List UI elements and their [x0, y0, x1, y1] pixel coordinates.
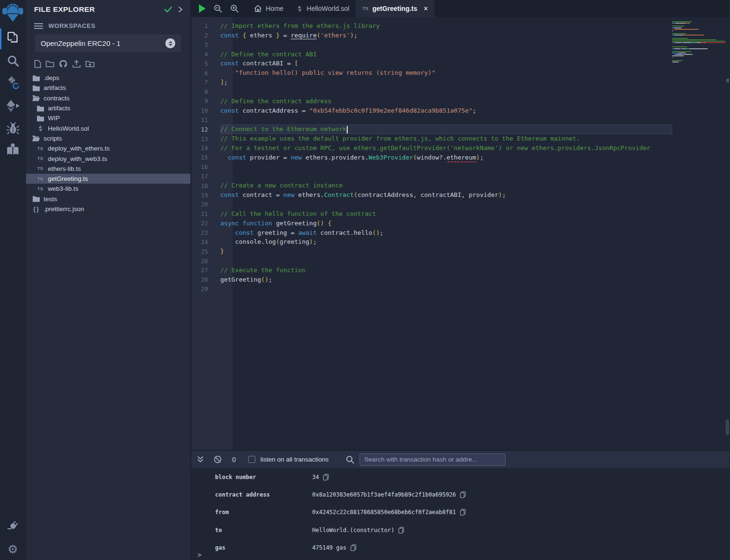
- copy-icon[interactable]: [460, 509, 466, 516]
- zoom-in-icon[interactable]: [230, 4, 239, 13]
- upload-folder-icon[interactable]: [85, 60, 95, 68]
- tree-item-artifacts[interactable]: artifacts: [26, 103, 190, 113]
- line-content: // Connect to the Ethereum network: [220, 124, 672, 134]
- code-line-20[interactable]: 20: [191, 200, 672, 209]
- new-file-icon[interactable]: [34, 60, 41, 68]
- terminal-prompt[interactable]: >: [198, 551, 201, 559]
- deploy-and-run-icon[interactable]: [0, 99, 26, 113]
- ts-icon: TS: [36, 166, 45, 171]
- listen-transactions-checkbox[interactable]: [248, 456, 255, 463]
- line-content: const contractABI = [: [220, 59, 672, 68]
- debugger-icon[interactable]: [0, 122, 26, 135]
- tab-getgreeting-ts[interactable]: TSgetGreeting.ts×: [356, 0, 434, 17]
- tree-item--prettierrc-json[interactable]: { }.prettierrc.json: [26, 204, 190, 214]
- code-line-7[interactable]: 7];: [191, 78, 672, 87]
- code-line-10[interactable]: 10const contractAddress = "0xb54febb5c0c…: [191, 106, 672, 116]
- line-number: 14: [191, 144, 220, 151]
- tx-detail-row-from: from0x42452c22c88178685850e68beb6cf0f2ae…: [191, 504, 730, 521]
- tree-item-web3-lib-ts[interactable]: TSweb3-lib.ts: [26, 184, 190, 194]
- file-explorer-panel: FILE EXPLORER WORKSPACES OpenZeppelin ER…: [26, 0, 191, 560]
- tree-item-getgreeting-ts[interactable]: TSgetGreeting.ts: [26, 174, 190, 184]
- minimap[interactable]: [672, 17, 726, 64]
- code-line-9[interactable]: 9// Define the contract address: [191, 97, 672, 106]
- code-line-28[interactable]: 28getGreeting();: [191, 275, 672, 284]
- github-clone-icon[interactable]: [59, 60, 68, 68]
- line-content: // This example uses the default provide…: [220, 134, 672, 143]
- settings-icon[interactable]: ⚙: [0, 543, 26, 555]
- collapse-panel-icon[interactable]: [178, 6, 183, 13]
- code-editor[interactable]: 1// Import ethers from the ethers.js lib…: [191, 17, 730, 450]
- upload-file-icon[interactable]: [72, 60, 81, 68]
- line-number: 12: [191, 126, 220, 133]
- tree-item-deploy-with-web3-ts[interactable]: TSdeploy_with_web3.ts: [26, 153, 190, 163]
- line-content: // Create a new contract instance: [220, 181, 672, 190]
- tree-item-helloworld-sol[interactable]: HelloWorld.sol: [26, 123, 190, 133]
- close-tab-icon[interactable]: ×: [424, 5, 428, 12]
- code-line-5[interactable]: 5const contractABI = [: [191, 59, 672, 68]
- run-script-button[interactable]: [199, 4, 206, 13]
- learneth-icon[interactable]: [0, 143, 26, 156]
- ts-icon: TS: [36, 156, 45, 161]
- code-line-1[interactable]: 1// Import ethers from the ethers.js lib…: [191, 21, 672, 31]
- copy-icon[interactable]: [398, 527, 404, 533]
- line-content: // Define the contract address: [220, 97, 672, 106]
- terminal-search-input[interactable]: [360, 453, 505, 466]
- code-line-26[interactable]: 26: [191, 256, 672, 266]
- code-line-24[interactable]: 24 console.log(greeting);: [191, 237, 672, 247]
- code-line-8[interactable]: 8: [191, 87, 672, 97]
- code-line-11[interactable]: 11: [191, 115, 672, 124]
- code-line-4[interactable]: 4// Define the contract ABI: [191, 50, 672, 59]
- code-line-3[interactable]: 3: [191, 40, 672, 50]
- code-line-17[interactable]: 17: [191, 172, 672, 181]
- code-line-22[interactable]: 22async function getGreeting() {: [191, 219, 672, 228]
- code-line-25[interactable]: 25}: [191, 247, 672, 256]
- tree-item--deps[interactable]: .deps: [26, 73, 190, 83]
- tree-item-tests[interactable]: tests: [26, 194, 190, 204]
- copy-icon[interactable]: [323, 474, 329, 480]
- code-line-6[interactable]: 6 "function hello() public view returns …: [191, 68, 672, 78]
- code-line-23[interactable]: 23 const greeting = await contract.hello…: [191, 228, 672, 238]
- new-folder-icon[interactable]: [45, 60, 54, 68]
- folder-open-icon: [31, 95, 41, 101]
- code-line-27[interactable]: 27// Execute the function: [191, 266, 672, 275]
- tree-item-artifacts[interactable]: artifacts: [26, 83, 190, 93]
- code-line-15[interactable]: 15 const provider = new ethers.providers…: [191, 153, 672, 162]
- workspace-select[interactable]: OpenZeppelin ERC20 - 1: [35, 35, 181, 52]
- tree-item-deploy-with-ethers-ts[interactable]: TSdeploy_with_ethers.ts: [26, 143, 190, 153]
- code-line-14[interactable]: 14// For a testnet or custom RPC, use et…: [191, 143, 672, 153]
- json-icon: { }: [31, 206, 41, 213]
- tree-item-wip[interactable]: WIP: [26, 113, 190, 123]
- terminal-scrollbar[interactable]: [726, 419, 729, 435]
- line-number: 18: [191, 182, 220, 189]
- code-line-29[interactable]: 29: [191, 284, 672, 294]
- zoom-out-icon[interactable]: [214, 4, 222, 13]
- code-line-2[interactable]: 2const { ethers } = require('ethers');: [191, 31, 672, 40]
- code-line-12[interactable]: 12// Connect to the Ethereum network: [191, 124, 672, 134]
- tree-item-contracts[interactable]: contracts: [26, 93, 190, 103]
- line-content: const contract = new ethers.Contract(con…: [220, 190, 672, 200]
- code-line-19[interactable]: 19const contract = new ethers.Contract(c…: [191, 190, 672, 200]
- clear-console-icon[interactable]: [214, 455, 222, 463]
- tree-item-ethers-lib-ts[interactable]: TSethers-lib.ts: [26, 164, 190, 174]
- file-explorer-icon[interactable]: [0, 31, 26, 44]
- collapse-terminal-icon[interactable]: [197, 456, 204, 463]
- plugin-manager-icon[interactable]: [0, 520, 26, 533]
- tx-detail-row-gas: gas475149 gas: [191, 539, 730, 557]
- code-line-13[interactable]: 13// This example uses the default provi…: [191, 134, 672, 143]
- tree-item-label: ethers-lib.ts: [48, 165, 81, 172]
- workspaces-menu-icon[interactable]: [34, 23, 43, 29]
- code-line-18[interactable]: 18// Create a new contract instance: [191, 181, 672, 190]
- code-line-21[interactable]: 21// Call the hello function of the cont…: [191, 209, 672, 219]
- tree-item-scripts[interactable]: scripts: [26, 133, 190, 143]
- search-icon[interactable]: [0, 55, 26, 67]
- tab-label: Home: [266, 5, 283, 12]
- remix-logo-icon[interactable]: [0, 2, 26, 23]
- check-icon[interactable]: [164, 6, 172, 13]
- tab-home[interactable]: Home: [247, 0, 290, 17]
- tab-helloworld-sol[interactable]: HelloWorld.sol: [290, 0, 356, 17]
- code-line-16[interactable]: 16: [191, 162, 672, 172]
- solidity-compiler-icon[interactable]: [0, 76, 26, 92]
- copy-icon[interactable]: [460, 491, 466, 498]
- copy-icon[interactable]: [351, 544, 356, 551]
- tree-item-label: scripts: [44, 135, 62, 142]
